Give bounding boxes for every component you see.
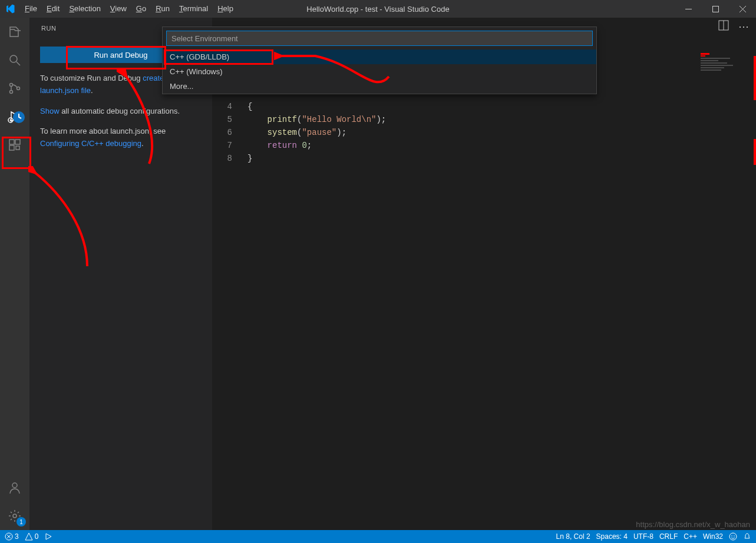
svg-point-2 — [10, 55, 17, 62]
editor-area[interactable]: ⋯ 4 5 6 7 8 { printf("Hello World\n"); s… — [212, 18, 756, 530]
status-spaces[interactable]: Spaces: 4 — [596, 532, 628, 541]
split-editor-icon[interactable] — [718, 20, 729, 34]
svg-point-21 — [734, 535, 735, 537]
menu-edit[interactable]: EditEdit — [42, 0, 64, 18]
settings-badge: 1 — [16, 517, 26, 527]
svg-rect-1 — [712, 6, 718, 12]
environment-input[interactable] — [166, 31, 593, 46]
svg-point-14 — [12, 483, 17, 488]
clock-overlay-icon — [12, 110, 26, 126]
svg-line-3 — [16, 62, 20, 65]
svg-rect-10 — [9, 140, 14, 144]
learn-more-text: To learn more about launch.json, see Con… — [40, 125, 202, 150]
status-run[interactable] — [44, 532, 52, 541]
svg-point-19 — [729, 533, 737, 540]
statusbar: 3 0 Ln 8, Col 2 Spaces: 4 UTF-8 CRLF C++… — [0, 530, 756, 543]
svg-rect-11 — [15, 140, 20, 144]
menubar: FFileile EditEdit SelectionSelection Vie… — [20, 0, 238, 18]
menu-terminal[interactable]: TerminalTerminal — [174, 0, 213, 18]
minimize-button[interactable] — [675, 0, 702, 18]
activity-debug[interactable] — [0, 102, 29, 131]
svg-point-4 — [10, 84, 13, 87]
titlebar: FFileile EditEdit SelectionSelection Vie… — [0, 0, 756, 18]
line-number-gutter: 4 5 6 7 8 — [212, 100, 247, 165]
svg-point-15 — [13, 514, 16, 518]
configuring-debugging-link[interactable]: Configuring C/C++ debugging — [40, 139, 141, 148]
svg-rect-12 — [9, 145, 14, 150]
activity-account[interactable] — [0, 474, 29, 502]
status-errors[interactable]: 3 — [5, 532, 19, 541]
window-controls — [675, 0, 756, 18]
maximize-button[interactable] — [702, 0, 729, 18]
status-bell-icon[interactable] — [743, 532, 751, 541]
code-content[interactable]: { printf("Hello World\n"); system("pause… — [247, 100, 386, 165]
more-actions-icon[interactable]: ⋯ — [738, 20, 749, 34]
menu-selection[interactable]: SelectionSelection — [64, 0, 105, 18]
menu-go[interactable]: GoGo — [131, 0, 151, 18]
vscode-logo-icon — [0, 4, 20, 14]
menu-run[interactable]: RunRun — [151, 0, 174, 18]
env-option-windows[interactable]: C++ (Windows) — [163, 64, 596, 79]
watermark-text: https://blog.csdn.net/x_w_haohan — [636, 520, 750, 529]
svg-rect-0 — [685, 9, 692, 9]
status-warnings[interactable]: 0 — [25, 532, 39, 541]
svg-point-5 — [10, 91, 13, 94]
close-button[interactable] — [729, 0, 756, 18]
status-eol[interactable]: CRLF — [659, 532, 678, 541]
menu-file[interactable]: FFileile — [20, 0, 42, 18]
menu-help[interactable]: HelpHelp — [213, 0, 238, 18]
status-encoding[interactable]: UTF-8 — [633, 532, 653, 541]
status-ln-col[interactable]: Ln 8, Col 2 — [556, 532, 590, 541]
minimap[interactable] — [701, 53, 754, 82]
show-configs-text: Show all automatic debug configurations. — [40, 105, 202, 118]
activity-extensions[interactable] — [0, 131, 29, 159]
svg-rect-13 — [16, 146, 19, 150]
svg-point-20 — [731, 535, 732, 537]
status-lang[interactable]: C++ — [684, 532, 697, 541]
status-win32[interactable]: Win32 — [703, 532, 723, 541]
activity-scm[interactable] — [0, 74, 29, 102]
status-feedback-icon[interactable] — [729, 532, 737, 541]
show-link[interactable]: Show — [40, 107, 60, 115]
quickpick-dropdown: C++ (GDB/LLDB) C++ (Windows) More... — [162, 27, 597, 94]
env-option-more[interactable]: More... — [163, 79, 596, 94]
env-option-gdb-lldb[interactable]: C++ (GDB/LLDB) — [163, 49, 596, 64]
activity-settings[interactable]: 1 — [0, 502, 29, 530]
run-sidebar: RUN Run and Debug To customize Run and D… — [29, 18, 212, 530]
menu-view[interactable]: ViewView — [105, 0, 131, 18]
activity-search[interactable] — [0, 46, 29, 74]
activitybar: 1 — [0, 18, 29, 530]
activity-explorer[interactable] — [0, 18, 29, 46]
